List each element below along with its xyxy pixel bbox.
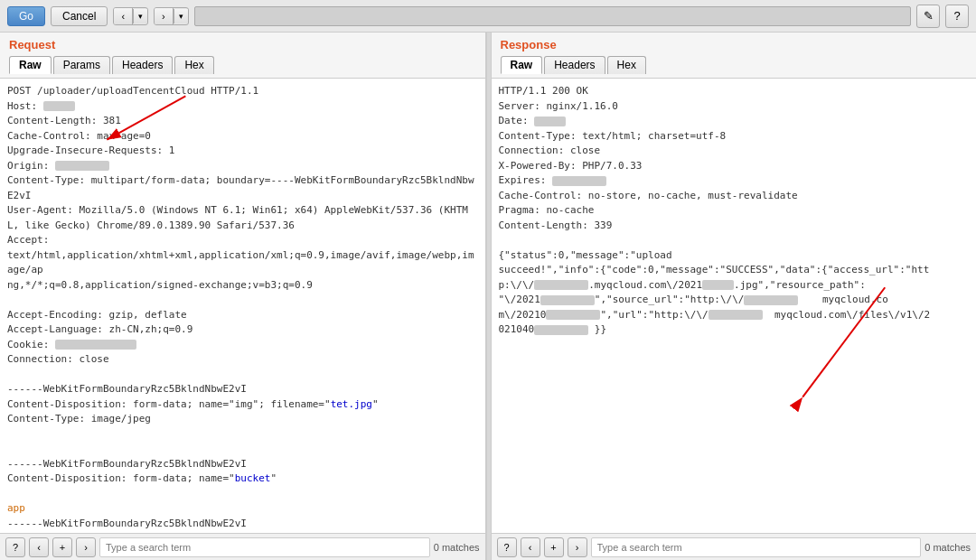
help-button[interactable]: ? bbox=[945, 5, 969, 28]
back-nav-group: ‹ ▾ bbox=[113, 7, 148, 25]
forward-dropdown-button[interactable]: ▾ bbox=[174, 9, 188, 23]
tab-response-hex[interactable]: Hex bbox=[607, 56, 646, 74]
response-matches: 0 matches bbox=[924, 542, 971, 553]
request-matches: 0 matches bbox=[434, 542, 480, 553]
go-button[interactable]: Go bbox=[7, 6, 45, 26]
request-search-input[interactable] bbox=[99, 537, 430, 557]
cancel-button[interactable]: Cancel bbox=[51, 6, 108, 26]
back-button[interactable]: ‹ bbox=[114, 8, 133, 24]
request-prev-btn[interactable]: ‹ bbox=[29, 537, 49, 557]
response-content: HTTP/1.1 200 OK Server: nginx/1.16.0 Dat… bbox=[499, 84, 970, 338]
request-next-btn[interactable]: › bbox=[76, 537, 96, 557]
request-tabs: Raw Params Headers Hex bbox=[9, 56, 476, 74]
tab-request-hex[interactable]: Hex bbox=[174, 56, 213, 74]
response-title: Response bbox=[501, 38, 968, 51]
response-tabs: Raw Headers Hex bbox=[501, 56, 968, 74]
request-add-btn[interactable]: + bbox=[52, 537, 72, 557]
main-content: Request Raw Params Headers Hex POST /upl… bbox=[0, 33, 976, 560]
request-body[interactable]: POST /uploader/uploadTencentCloud HTTP/1… bbox=[0, 79, 485, 533]
response-prev-btn[interactable]: ‹ bbox=[521, 537, 540, 557]
url-bar bbox=[194, 6, 911, 26]
forward-nav-group: › ▾ bbox=[154, 7, 189, 25]
response-search-input[interactable] bbox=[591, 537, 922, 557]
response-header: Response Raw Headers Hex bbox=[492, 33, 977, 79]
forward-button[interactable]: › bbox=[155, 8, 174, 24]
tab-response-headers[interactable]: Headers bbox=[544, 56, 605, 74]
response-next-btn[interactable]: › bbox=[568, 537, 587, 557]
response-help-btn[interactable]: ? bbox=[497, 537, 517, 557]
tab-response-raw[interactable]: Raw bbox=[501, 56, 543, 74]
edit-button[interactable]: ✎ bbox=[916, 5, 940, 28]
request-footer: ? ‹ + › 0 matches bbox=[0, 533, 485, 560]
response-panel: Response Raw Headers Hex HTTP/1.1 200 OK… bbox=[492, 33, 977, 560]
response-add-btn[interactable]: + bbox=[544, 537, 564, 557]
tab-request-headers[interactable]: Headers bbox=[112, 56, 173, 74]
top-toolbar: Go Cancel ‹ ▾ › ▾ ✎ ? bbox=[0, 0, 976, 33]
request-panel: Request Raw Params Headers Hex POST /upl… bbox=[0, 33, 486, 560]
response-footer: ? ‹ + › 0 matches bbox=[492, 533, 977, 560]
request-header: Request Raw Params Headers Hex bbox=[0, 33, 485, 79]
response-body[interactable]: HTTP/1.1 200 OK Server: nginx/1.16.0 Dat… bbox=[492, 79, 977, 533]
tab-request-params[interactable]: Params bbox=[53, 56, 110, 74]
request-content: POST /uploader/uploadTencentCloud HTTP/1… bbox=[7, 84, 478, 533]
request-title: Request bbox=[9, 38, 476, 51]
tab-request-raw[interactable]: Raw bbox=[9, 56, 52, 74]
request-help-btn[interactable]: ? bbox=[5, 537, 25, 557]
back-dropdown-button[interactable]: ▾ bbox=[133, 9, 147, 23]
